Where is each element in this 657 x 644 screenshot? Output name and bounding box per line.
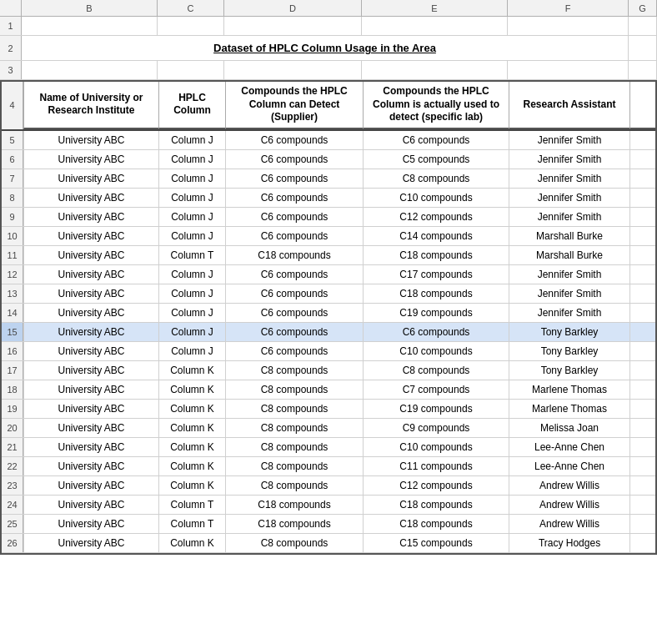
- cell-actually-detect: C17 compounds: [364, 265, 509, 284]
- cell-research-assistant: Marshall Burke: [509, 246, 630, 264]
- cell-can-detect: C8 compounds: [226, 476, 364, 495]
- cell-hplc-column: Column T: [159, 515, 226, 533]
- cell-hplc-column: Column K: [159, 438, 226, 456]
- cell-g: [630, 304, 657, 322]
- table-header-row: 4 Name of University or Research Institu…: [2, 82, 655, 131]
- cell-can-detect: C6 compounds: [226, 284, 364, 303]
- row1-d: [224, 17, 362, 35]
- col-letter-f: F: [508, 0, 629, 16]
- cell-actually-detect: C8 compounds: [364, 361, 509, 380]
- cell-research-assistant: Jennifer Smith: [509, 131, 630, 149]
- row-num-15: 15: [2, 323, 23, 341]
- cell-research-assistant: Jennifer Smith: [509, 304, 630, 322]
- cell-university: University ABC: [23, 323, 159, 341]
- cell-university: University ABC: [23, 400, 159, 418]
- header-g: [630, 82, 657, 129]
- row-num-14: 14: [2, 304, 23, 322]
- row1-f: [508, 17, 629, 35]
- row3-b: [22, 61, 158, 79]
- cell-research-assistant: Marshall Burke: [509, 227, 630, 245]
- cell-research-assistant: Melissa Joan: [509, 419, 630, 437]
- row-num-3: 3: [0, 61, 22, 79]
- cell-hplc-column: Column T: [159, 496, 226, 514]
- cell-hplc-column: Column K: [159, 361, 226, 380]
- cell-can-detect: C18 compounds: [226, 246, 364, 264]
- header-university: Name of University or Research Institute: [23, 82, 159, 129]
- row-num-5: 5: [2, 131, 23, 149]
- cell-university: University ABC: [23, 496, 159, 514]
- cell-can-detect: C6 compounds: [226, 265, 364, 284]
- cell-hplc-column: Column K: [159, 534, 226, 552]
- row-num-8: 8: [2, 189, 23, 207]
- cell-can-detect: C8 compounds: [226, 400, 364, 418]
- table-row: 12 University ABC Column J C6 compounds …: [2, 265, 655, 284]
- table-row: 21 University ABC Column K C8 compounds …: [2, 438, 655, 457]
- table-row: 6 University ABC Column J C6 compounds C…: [2, 150, 655, 169]
- cell-g: [630, 323, 657, 341]
- cell-research-assistant: Andrew Willis: [509, 476, 630, 495]
- table-row: 9 University ABC Column J C6 compounds C…: [2, 208, 655, 227]
- cell-research-assistant: Tracy Hodges: [509, 534, 630, 552]
- cell-can-detect: C6 compounds: [226, 227, 364, 245]
- cell-can-detect: C6 compounds: [226, 304, 364, 322]
- spreadsheet-title: Dataset of HPLC Column Usage in the Area: [22, 36, 629, 60]
- cell-research-assistant: Tony Barkley: [509, 323, 630, 341]
- cell-can-detect: C18 compounds: [226, 496, 364, 514]
- table-row: 16 University ABC Column J C6 compounds …: [2, 342, 655, 361]
- row-num-23: 23: [2, 476, 23, 495]
- cell-g: [630, 476, 657, 495]
- row-num-2: 2: [0, 36, 22, 60]
- table-row: 18 University ABC Column K C8 compounds …: [2, 380, 655, 400]
- table-row: 8 University ABC Column J C6 compounds C…: [2, 189, 655, 208]
- table-row: 5 University ABC Column J C6 compounds C…: [2, 131, 655, 150]
- table-row: 24 University ABC Column T C18 compounds…: [2, 496, 655, 515]
- row3-d: [224, 61, 362, 79]
- cell-actually-detect: C19 compounds: [364, 304, 509, 322]
- row-num-1: 1: [0, 17, 22, 35]
- cell-research-assistant: Jennifer Smith: [509, 208, 630, 226]
- cell-research-assistant: Andrew Willis: [509, 496, 630, 514]
- cell-g: [630, 246, 657, 264]
- cell-research-assistant: Lee-Anne Chen: [509, 438, 630, 456]
- cell-university: University ABC: [23, 342, 159, 360]
- table-row: 14 University ABC Column J C6 compounds …: [2, 304, 655, 323]
- table-row: 23 University ABC Column K C8 compounds …: [2, 476, 655, 496]
- row3-e: [362, 61, 508, 79]
- cell-research-assistant: Tony Barkley: [509, 342, 630, 360]
- table-row: 19 University ABC Column K C8 compounds …: [2, 400, 655, 419]
- cell-can-detect: C6 compounds: [226, 342, 364, 360]
- cell-can-detect: C6 compounds: [226, 150, 364, 169]
- cell-g: [630, 419, 657, 437]
- cell-university: University ABC: [23, 419, 159, 437]
- cell-hplc-column: Column J: [159, 208, 226, 226]
- cell-hplc-column: Column J: [159, 323, 226, 341]
- cell-research-assistant: Lee-Anne Chen: [509, 457, 630, 475]
- row2-g: [629, 36, 657, 60]
- table-row: 13 University ABC Column J C6 compounds …: [2, 284, 655, 304]
- cell-actually-detect: C10 compounds: [364, 342, 509, 360]
- cell-university: University ABC: [23, 515, 159, 533]
- cell-hplc-column: Column K: [159, 400, 226, 418]
- row1-e: [362, 17, 508, 35]
- cell-research-assistant: Jennifer Smith: [509, 265, 630, 284]
- header-actually-detect: Compounds the HPLC Column is actually us…: [364, 82, 509, 129]
- cell-actually-detect: C5 compounds: [364, 150, 509, 169]
- cell-hplc-column: Column K: [159, 380, 226, 399]
- row-num-18: 18: [2, 380, 23, 399]
- cell-actually-detect: C6 compounds: [364, 131, 509, 149]
- row-num-25: 25: [2, 515, 23, 533]
- cell-g: [630, 265, 657, 284]
- header-research-assistant: Research Assistant: [509, 82, 630, 129]
- cell-can-detect: C6 compounds: [226, 323, 364, 341]
- row1-g: [629, 17, 657, 35]
- row3-c: [158, 61, 224, 79]
- table-row: 25 University ABC Column T C18 compounds…: [2, 515, 655, 534]
- table-row: 22 University ABC Column K C8 compounds …: [2, 457, 655, 476]
- cell-university: University ABC: [23, 380, 159, 399]
- cell-actually-detect: C18 compounds: [364, 515, 509, 533]
- row-num-7: 7: [2, 169, 23, 188]
- cell-university: University ABC: [23, 246, 159, 264]
- cell-university: University ABC: [23, 169, 159, 188]
- cell-can-detect: C6 compounds: [226, 189, 364, 207]
- cell-hplc-column: Column J: [159, 284, 226, 303]
